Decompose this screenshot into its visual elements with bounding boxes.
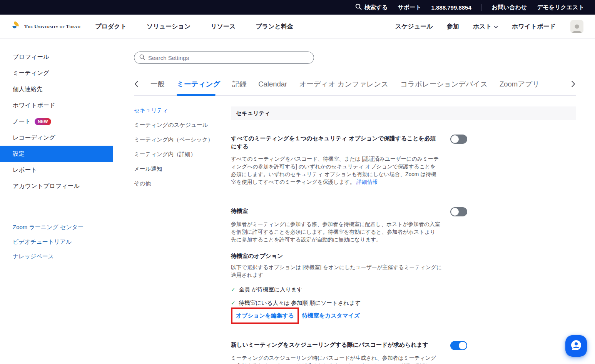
header-nav: プロダクト ソリューション リソース プランと料金 <box>95 23 293 31</box>
settings-search-box[interactable] <box>134 52 314 64</box>
search-icon <box>355 3 362 11</box>
waiting-room-options-list: ✓ 全員 が待機室に入ります ✓ 待機室にいる人々は 参加順 順にソートされます <box>231 286 467 307</box>
tab-collaboration-devices[interactable]: コラボレーションデバイス <box>400 79 488 95</box>
topbar-contact-link[interactable]: お問い合わせ <box>492 4 527 11</box>
chevron-down-icon <box>494 23 498 30</box>
header: The University of Tokyo プロダクト ソリューション リソ… <box>0 15 595 39</box>
waiting-room-toggle[interactable] <box>450 207 467 216</box>
settings-search-input[interactable] <box>148 55 309 61</box>
subnav-schedule-meeting[interactable]: ミーティングのスケジュール <box>134 121 231 129</box>
tabs-scroll-right-icon[interactable] <box>571 80 576 94</box>
list-item: ✓ 待機室にいる人々は 参加順 順にソートされます <box>231 299 467 307</box>
host-dropdown-label: ホスト <box>473 23 492 31</box>
avatar[interactable] <box>570 20 583 33</box>
subnav-other[interactable]: その他 <box>134 180 231 188</box>
settings-panel: セキュリティ すべてのミーティングを１つのセキュリティ オプションで保護すること… <box>231 106 576 364</box>
setting-title: すべてのミーティングを１つのセキュリティ オプションで保護することを必須にする <box>231 135 441 151</box>
setting-description: すべてのミーティングをパスコード、待機室、または [認証済みユーザーにのみミーテ… <box>231 155 441 186</box>
waiting-room-links: オプションを編集する 待機室をカスタマイズ <box>231 307 467 324</box>
support-chat-button[interactable] <box>565 335 587 357</box>
sidebar-item-meetings[interactable]: ミーティング <box>0 65 113 81</box>
check-icon: ✓ <box>231 299 236 307</box>
setting-title: 待機室 <box>231 207 248 215</box>
subnav-security[interactable]: セキュリティ <box>134 106 231 115</box>
annotation-red-box: オプションを編集する <box>231 307 299 324</box>
check-icon: ✓ <box>231 286 236 293</box>
tab-zoom-apps[interactable]: Zoomアプリ <box>500 79 540 95</box>
new-badge: NEW <box>35 118 51 125</box>
join-button[interactable]: 参加 <box>447 23 459 31</box>
setting-waiting-room: 待機室 参加者がミーティングに参加する際、参加者を待機室に配置し、ホストが参加者… <box>231 207 467 324</box>
chat-person-icon <box>570 339 582 352</box>
nav-solutions[interactable]: ソリューション <box>147 23 191 31</box>
topbar-divider <box>481 4 482 11</box>
tab-recording[interactable]: 記録 <box>232 79 246 95</box>
edit-options-link[interactable]: オプションを編集する <box>236 312 294 319</box>
tab-audio-conferencing[interactable]: オーディオ カンファレンス <box>299 79 388 95</box>
sidebar-link-knowledge-base[interactable]: ナレッジベース <box>0 253 113 260</box>
sidebar-item-reports[interactable]: レポート <box>0 162 113 178</box>
settings-subnav: セキュリティ ミーティングのスケジュール ミーティング内（ベーシック） ミーティ… <box>134 106 231 364</box>
topbar: 検索する サポート 1.888.799.8854 お問い合わせ デモをリクエスト <box>0 0 595 15</box>
subnav-in-meeting-advanced[interactable]: ミーティング内（詳細） <box>134 150 231 158</box>
sidebar-item-account-profile[interactable]: アカウントプロフィール <box>0 178 113 194</box>
university-logo-text: The University of Tokyo <box>24 23 80 30</box>
setting-description: ミーティングのスケジューリング時にパスコードが生成され、参加者はミーティングに参… <box>231 354 441 364</box>
setting-description-text: すべてのミーティングをパスコード、待機室、または [認証済みユーザーにのみミーテ… <box>231 156 439 185</box>
settings-tabs: 一般 ミーティング 記録 Calendar オーディオ カンファレンス コラボレ… <box>134 79 576 96</box>
university-logo[interactable]: The University of Tokyo <box>12 20 80 33</box>
topbar-demo-link[interactable]: デモをリクエスト <box>537 4 584 11</box>
check-item-text: 全員 が待機室に入ります <box>239 286 303 293</box>
sidebar-item-whiteboard[interactable]: ホワイトボード <box>0 97 113 113</box>
sidebar-item-notes-label: ノート <box>13 118 31 126</box>
schedule-button[interactable]: スケジュール <box>395 23 433 31</box>
tab-meeting[interactable]: ミーティング <box>177 79 220 95</box>
topbar-phone[interactable]: 1.888.799.8854 <box>431 4 471 11</box>
ginkgo-leaf-icon <box>12 20 22 33</box>
customize-waiting-room-link[interactable]: 待機室をカスタマイズ <box>302 312 360 319</box>
whiteboard-button[interactable]: ホワイトボード <box>512 23 556 31</box>
header-actions: スケジュール 参加 ホスト ホワイトボード <box>395 20 583 33</box>
topbar-search-label: 検索する <box>364 4 388 11</box>
sidebar-item-settings[interactable]: 設定 <box>0 146 113 162</box>
waiting-room-options-title: 待機室のオプション <box>231 253 467 260</box>
sidebar: プロフィール ミーティング 個人連絡先 ホワイトボード ノート NEW レコーデ… <box>0 39 113 364</box>
topbar-search[interactable]: 検索する <box>355 3 388 11</box>
section-header-security: セキュリティ <box>231 106 576 120</box>
sidebar-link-learning-center[interactable]: Zoom ラーニング センター <box>0 224 113 231</box>
tab-general[interactable]: 一般 <box>150 79 165 95</box>
sidebar-item-notes[interactable]: ノート NEW <box>0 113 113 130</box>
host-dropdown[interactable]: ホスト <box>473 23 498 31</box>
check-item-text: 待機室にいる人々は 参加順 順にソートされます <box>239 299 361 307</box>
waiting-room-options-description: 以下で選択するオプションは [待機室] をオンにしたユーザーが主催するミーティン… <box>231 264 445 279</box>
tab-calendar[interactable]: Calendar <box>258 80 287 95</box>
sidebar-divider <box>13 212 35 212</box>
sidebar-item-contacts[interactable]: 個人連絡先 <box>0 81 113 97</box>
page: 検索する サポート 1.888.799.8854 お問い合わせ デモをリクエスト… <box>0 0 595 364</box>
setting-require-security-option: すべてのミーティングを１つのセキュリティ オプションで保護することを必須にする … <box>231 135 467 186</box>
subnav-email-notification[interactable]: メール通知 <box>134 165 231 173</box>
topbar-support-link[interactable]: サポート <box>398 4 421 11</box>
setting-title: 新しいミーティングをスケジューリングする際にパスコードが求められます <box>231 341 428 349</box>
sidebar-item-recordings[interactable]: レコーディング <box>0 130 113 146</box>
nav-products[interactable]: プロダクト <box>95 23 127 31</box>
list-item: ✓ 全員 が待機室に入ります <box>231 286 467 293</box>
nav-resources[interactable]: リソース <box>211 23 236 31</box>
sidebar-link-video-tutorials[interactable]: ビデオチュートリアル <box>0 238 113 246</box>
main-content: 一般 ミーティング 記録 Calendar オーディオ カンファレンス コラボレ… <box>113 39 595 364</box>
setting-description: 参加者がミーティングに参加する際、参加者を待機室に配置し、ホストが参加者の入室を… <box>231 221 441 244</box>
search-icon <box>139 54 145 61</box>
sidebar-item-profile[interactable]: プロフィール <box>0 49 113 65</box>
setting-passcode-required: 新しいミーティングをスケジューリングする際にパスコードが求められます ミーティン… <box>231 341 467 364</box>
nav-plans-pricing[interactable]: プランと料金 <box>256 23 293 31</box>
subnav-in-meeting-basic[interactable]: ミーティング内（ベーシック） <box>134 136 231 144</box>
passcode-toggle[interactable] <box>450 341 467 350</box>
require-security-toggle[interactable] <box>450 135 467 144</box>
learn-more-link[interactable]: 詳細情報 <box>356 179 378 185</box>
tabs-scroll-left-icon[interactable] <box>134 80 139 94</box>
